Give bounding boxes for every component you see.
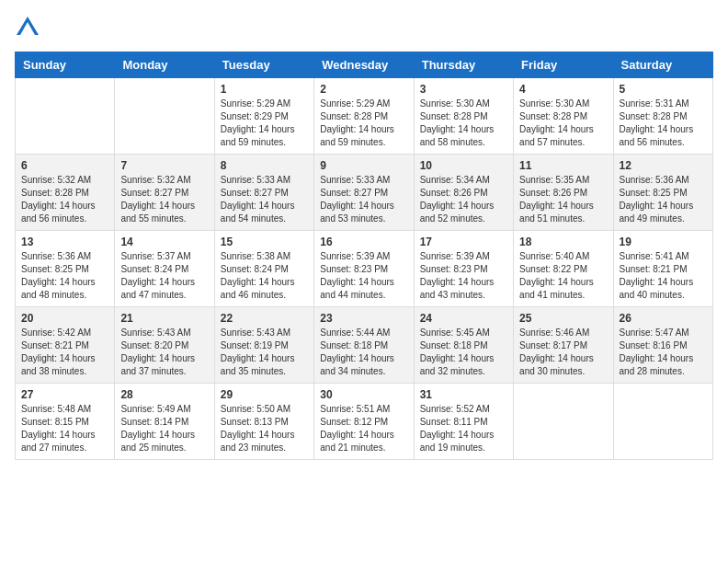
calendar-cell: 15Sunrise: 5:38 AM Sunset: 8:24 PM Dayli… <box>214 231 313 307</box>
day-number: 6 <box>21 159 108 172</box>
day-number: 2 <box>320 83 407 96</box>
calendar-cell <box>16 78 115 155</box>
day-info: Sunrise: 5:40 AM Sunset: 8:22 PM Dayligh… <box>519 250 607 302</box>
day-number: 1 <box>221 83 308 96</box>
calendar-week-row: 20Sunrise: 5:42 AM Sunset: 8:21 PM Dayli… <box>16 307 713 384</box>
calendar-week-row: 1Sunrise: 5:29 AM Sunset: 8:29 PM Daylig… <box>16 78 713 155</box>
day-number: 28 <box>120 388 208 401</box>
day-number: 9 <box>320 159 407 172</box>
day-number: 15 <box>221 236 308 248</box>
day-info: Sunrise: 5:34 AM Sunset: 8:26 PM Dayligh… <box>420 174 507 225</box>
day-number: 7 <box>120 159 208 172</box>
calendar-table: SundayMondayTuesdayWednesdayThursdayFrid… <box>15 52 713 460</box>
day-info: Sunrise: 5:39 AM Sunset: 8:23 PM Dayligh… <box>420 250 507 302</box>
day-of-week-header: Thursday <box>414 52 513 78</box>
calendar-cell: 28Sunrise: 5:49 AM Sunset: 8:14 PM Dayli… <box>115 384 214 460</box>
day-info: Sunrise: 5:38 AM Sunset: 8:24 PM Dayligh… <box>221 250 308 302</box>
day-number: 11 <box>519 159 607 172</box>
day-of-week-header: Friday <box>514 52 613 78</box>
day-info: Sunrise: 5:48 AM Sunset: 8:15 PM Dayligh… <box>21 403 108 454</box>
day-number: 22 <box>221 312 308 325</box>
calendar-cell <box>514 384 613 460</box>
day-number: 3 <box>420 83 507 96</box>
day-number: 23 <box>320 312 407 325</box>
calendar-cell: 22Sunrise: 5:43 AM Sunset: 8:19 PM Dayli… <box>214 307 313 384</box>
day-of-week-header: Tuesday <box>214 52 313 78</box>
day-info: Sunrise: 5:42 AM Sunset: 8:21 PM Dayligh… <box>21 327 108 378</box>
calendar-header-row: SundayMondayTuesdayWednesdayThursdayFrid… <box>16 52 713 78</box>
day-info: Sunrise: 5:33 AM Sunset: 8:27 PM Dayligh… <box>221 174 308 225</box>
day-number: 8 <box>221 159 308 172</box>
calendar-cell: 24Sunrise: 5:45 AM Sunset: 8:18 PM Dayli… <box>414 307 513 384</box>
day-info: Sunrise: 5:46 AM Sunset: 8:17 PM Dayligh… <box>519 327 607 378</box>
calendar-cell: 21Sunrise: 5:43 AM Sunset: 8:20 PM Dayli… <box>115 307 214 384</box>
calendar-cell: 14Sunrise: 5:37 AM Sunset: 8:24 PM Dayli… <box>115 231 214 307</box>
day-number: 13 <box>21 236 108 248</box>
day-info: Sunrise: 5:36 AM Sunset: 8:25 PM Dayligh… <box>21 250 108 302</box>
day-number: 5 <box>620 83 707 96</box>
calendar-week-row: 13Sunrise: 5:36 AM Sunset: 8:25 PM Dayli… <box>16 231 713 307</box>
day-info: Sunrise: 5:41 AM Sunset: 8:21 PM Dayligh… <box>620 250 707 302</box>
day-info: Sunrise: 5:52 AM Sunset: 8:11 PM Dayligh… <box>420 403 507 454</box>
logo-icon <box>15 15 40 40</box>
day-number: 16 <box>320 236 407 248</box>
day-info: Sunrise: 5:47 AM Sunset: 8:16 PM Dayligh… <box>620 327 707 378</box>
day-info: Sunrise: 5:29 AM Sunset: 8:29 PM Dayligh… <box>221 98 308 149</box>
page-header <box>15 15 713 40</box>
calendar-cell: 27Sunrise: 5:48 AM Sunset: 8:15 PM Dayli… <box>16 384 115 460</box>
day-number: 30 <box>320 388 407 401</box>
calendar-cell: 16Sunrise: 5:39 AM Sunset: 8:23 PM Dayli… <box>314 231 414 307</box>
day-of-week-header: Wednesday <box>314 52 414 78</box>
day-info: Sunrise: 5:51 AM Sunset: 8:12 PM Dayligh… <box>320 403 407 454</box>
day-number: 17 <box>420 236 507 248</box>
calendar-cell: 5Sunrise: 5:31 AM Sunset: 8:28 PM Daylig… <box>613 78 712 155</box>
calendar-cell: 30Sunrise: 5:51 AM Sunset: 8:12 PM Dayli… <box>314 384 414 460</box>
day-info: Sunrise: 5:30 AM Sunset: 8:28 PM Dayligh… <box>420 98 507 149</box>
day-number: 14 <box>120 236 208 248</box>
day-info: Sunrise: 5:39 AM Sunset: 8:23 PM Dayligh… <box>320 250 407 302</box>
day-of-week-header: Saturday <box>613 52 712 78</box>
calendar-cell: 8Sunrise: 5:33 AM Sunset: 8:27 PM Daylig… <box>214 155 313 231</box>
day-number: 29 <box>221 388 308 401</box>
calendar-cell: 20Sunrise: 5:42 AM Sunset: 8:21 PM Dayli… <box>16 307 115 384</box>
day-info: Sunrise: 5:31 AM Sunset: 8:28 PM Dayligh… <box>620 98 707 149</box>
calendar-cell: 31Sunrise: 5:52 AM Sunset: 8:11 PM Dayli… <box>414 384 513 460</box>
day-info: Sunrise: 5:36 AM Sunset: 8:25 PM Dayligh… <box>620 174 707 225</box>
day-of-week-header: Monday <box>115 52 214 78</box>
day-info: Sunrise: 5:44 AM Sunset: 8:18 PM Dayligh… <box>320 327 407 378</box>
calendar-cell: 1Sunrise: 5:29 AM Sunset: 8:29 PM Daylig… <box>214 78 313 155</box>
day-number: 18 <box>519 236 607 248</box>
calendar-cell: 9Sunrise: 5:33 AM Sunset: 8:27 PM Daylig… <box>314 155 414 231</box>
calendar-cell: 19Sunrise: 5:41 AM Sunset: 8:21 PM Dayli… <box>613 231 712 307</box>
calendar-cell: 6Sunrise: 5:32 AM Sunset: 8:28 PM Daylig… <box>16 155 115 231</box>
day-number: 31 <box>420 388 507 401</box>
calendar-cell: 4Sunrise: 5:30 AM Sunset: 8:28 PM Daylig… <box>514 78 613 155</box>
logo <box>15 15 42 40</box>
day-info: Sunrise: 5:37 AM Sunset: 8:24 PM Dayligh… <box>120 250 208 302</box>
day-number: 12 <box>620 159 707 172</box>
calendar-cell <box>115 78 214 155</box>
day-info: Sunrise: 5:43 AM Sunset: 8:19 PM Dayligh… <box>221 327 308 378</box>
day-info: Sunrise: 5:35 AM Sunset: 8:26 PM Dayligh… <box>519 174 607 225</box>
calendar-cell <box>613 384 712 460</box>
calendar-cell: 23Sunrise: 5:44 AM Sunset: 8:18 PM Dayli… <box>314 307 414 384</box>
day-number: 27 <box>21 388 108 401</box>
day-info: Sunrise: 5:43 AM Sunset: 8:20 PM Dayligh… <box>120 327 208 378</box>
calendar-cell: 13Sunrise: 5:36 AM Sunset: 8:25 PM Dayli… <box>16 231 115 307</box>
calendar-week-row: 6Sunrise: 5:32 AM Sunset: 8:28 PM Daylig… <box>16 155 713 231</box>
calendar-cell: 18Sunrise: 5:40 AM Sunset: 8:22 PM Dayli… <box>514 231 613 307</box>
calendar-cell: 3Sunrise: 5:30 AM Sunset: 8:28 PM Daylig… <box>414 78 513 155</box>
calendar-cell: 29Sunrise: 5:50 AM Sunset: 8:13 PM Dayli… <box>214 384 313 460</box>
day-info: Sunrise: 5:32 AM Sunset: 8:27 PM Dayligh… <box>120 174 208 225</box>
day-info: Sunrise: 5:30 AM Sunset: 8:28 PM Dayligh… <box>519 98 607 149</box>
day-info: Sunrise: 5:49 AM Sunset: 8:14 PM Dayligh… <box>120 403 208 454</box>
day-info: Sunrise: 5:32 AM Sunset: 8:28 PM Dayligh… <box>21 174 108 225</box>
day-number: 10 <box>420 159 507 172</box>
day-number: 19 <box>620 236 707 248</box>
day-number: 26 <box>620 312 707 325</box>
day-info: Sunrise: 5:29 AM Sunset: 8:28 PM Dayligh… <box>320 98 407 149</box>
day-number: 21 <box>120 312 208 325</box>
day-info: Sunrise: 5:50 AM Sunset: 8:13 PM Dayligh… <box>221 403 308 454</box>
calendar-cell: 17Sunrise: 5:39 AM Sunset: 8:23 PM Dayli… <box>414 231 513 307</box>
calendar-cell: 11Sunrise: 5:35 AM Sunset: 8:26 PM Dayli… <box>514 155 613 231</box>
